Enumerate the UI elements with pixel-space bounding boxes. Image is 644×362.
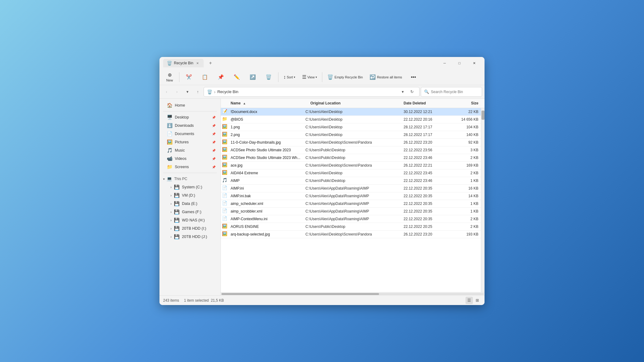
- copy-button[interactable]: 📋: [197, 73, 213, 81]
- desktop-label: Desktop: [175, 115, 189, 119]
- wd-nas-icon: 💾: [174, 217, 179, 223]
- hscroll-thumb[interactable]: [221, 293, 379, 295]
- grid-view-button[interactable]: ⊞: [473, 297, 481, 304]
- more-icon: •••: [411, 74, 416, 80]
- file-location: C:\Users\Alex\AppData\Roaming\AIMP: [303, 186, 401, 190]
- close-button[interactable]: ✕: [467, 58, 481, 68]
- hscroll-track[interactable]: [221, 293, 484, 295]
- cut-button[interactable]: ✂️: [181, 73, 197, 81]
- vm-d-icon: 💾: [174, 193, 179, 198]
- rename-button[interactable]: ✏️: [229, 73, 244, 81]
- more-options-button[interactable]: •••: [406, 73, 421, 81]
- pictures-pin: 📌: [212, 141, 216, 144]
- sort-button[interactable]: ↕ Sort ▾: [280, 73, 298, 81]
- file-icon: 🖼️: [222, 155, 228, 161]
- tab-close-button[interactable]: ✕: [195, 61, 200, 66]
- col-header-name[interactable]: Name ▲: [228, 100, 308, 107]
- recycle-bin-tab[interactable]: 🗑️ Recycle Bin ✕: [163, 59, 204, 67]
- music-pin: 📌: [212, 149, 216, 152]
- minimize-button[interactable]: ─: [438, 58, 451, 68]
- horizontal-scrollbar[interactable]: [221, 292, 485, 295]
- table-row[interactable]: 🖼️ ACDSee Photo Studio Ultimate 2023 C:\…: [221, 146, 481, 154]
- main-content: 🏠 Home 🖥️ Desktop 📌 ⬇️ Downloads 📌 📄 Doc…: [159, 99, 485, 295]
- file-size: 14 KB: [453, 194, 481, 198]
- col-header-date[interactable]: Date Deleted: [401, 100, 453, 107]
- paste-button[interactable]: 📌: [213, 73, 228, 81]
- sidebar-separator-1: [163, 111, 217, 111]
- table-row[interactable]: 📄 AIMP-ContextMenu.ini C:\Users\Alex\App…: [221, 215, 481, 223]
- file-size: 22 KB: [453, 110, 481, 114]
- sidebar-item-vm-d[interactable]: › 💾 VM (D:): [161, 191, 219, 199]
- table-row[interactable]: 🖼️ AORUS ENGINE C:\Users\Public\Desktop …: [221, 223, 481, 231]
- sidebar-item-games-f[interactable]: › 💾 Games (F:): [161, 208, 219, 216]
- 20tb-j-label: 20TB HDD (J:): [182, 235, 207, 239]
- file-size: 3 KB: [453, 148, 481, 152]
- file-date: 22.12.2022 20:16: [401, 117, 453, 122]
- vertical-scrollbar[interactable]: [481, 108, 485, 292]
- sidebar-item-20tb-i[interactable]: › 💾 20TB HDD (I:): [161, 224, 219, 232]
- sidebar-item-data-e[interactable]: › 💾 Data (E:): [161, 200, 219, 208]
- sidebar-item-20tb-j[interactable]: › 💾 20TB HDD (J:): [161, 233, 219, 241]
- table-row[interactable]: 📝 !Document.docx C:\Users\Alex\Desktop 3…: [221, 108, 481, 116]
- new-button[interactable]: ⊕ New: [162, 71, 177, 83]
- address-path: Recycle Bin: [217, 89, 239, 94]
- sidebar-item-documents[interactable]: 📄 Documents 📌: [161, 130, 219, 138]
- restore-all-button[interactable]: ↩️ Restore all items: [366, 73, 405, 81]
- share-button[interactable]: ↗️: [245, 73, 260, 81]
- address-box[interactable]: 🗑️ › Recycle Bin ▾ ↻: [204, 87, 420, 97]
- new-tab-button[interactable]: +: [206, 59, 215, 67]
- file-size: 140 KB: [453, 133, 481, 137]
- table-row[interactable]: 🎵 AIMP C:\Users\Public\Desktop 22.12.202…: [221, 177, 481, 185]
- search-input[interactable]: [431, 90, 479, 94]
- table-row[interactable]: 🖼️ ace.jpg C:\Users\Alex\Desktop\Screens…: [221, 162, 481, 169]
- address-separator: ›: [214, 89, 216, 94]
- table-row[interactable]: 📄 aimp_scheduler.xml C:\Users\Alex\AppDa…: [221, 200, 481, 208]
- table-row[interactable]: 📁 @BIOS C:\Users\Alex\Desktop 22.12.2022…: [221, 116, 481, 123]
- sidebar-item-pictures[interactable]: 🖼️ Pictures 📌: [161, 138, 219, 146]
- sidebar-item-screens[interactable]: 📁 Screens 📌: [161, 163, 219, 171]
- view-button[interactable]: ☰ View ▾: [299, 73, 320, 81]
- table-row[interactable]: 📄 aimp_scrobbler.xml C:\Users\Alex\AppDa…: [221, 208, 481, 215]
- list-view-button[interactable]: ☰: [466, 297, 473, 304]
- empty-recycle-bin-button[interactable]: 🗑️ Empty Recycle Bin: [324, 73, 366, 81]
- address-refresh-button[interactable]: ↻: [408, 88, 416, 96]
- back-button[interactable]: ‹: [162, 87, 171, 96]
- file-size: 193 KB: [453, 232, 481, 236]
- delete-button[interactable]: 🗑️: [261, 73, 276, 81]
- col-header-location[interactable]: Original Location: [308, 100, 401, 107]
- up-button[interactable]: ↑: [193, 87, 202, 96]
- sidebar-item-downloads[interactable]: ⬇️ Downloads 📌: [161, 122, 219, 130]
- table-row[interactable]: 🖼️ ACDSee Photo Studio Ultimate 2023 Wh.…: [221, 154, 481, 162]
- vscroll-thumb[interactable]: [481, 111, 485, 120]
- recent-button[interactable]: ▾: [183, 87, 192, 96]
- table-row[interactable]: 🖼️ 2.png C:\Users\Alex\Desktop 28.12.202…: [221, 131, 481, 139]
- view-label: View: [307, 75, 315, 79]
- new-label: New: [166, 78, 173, 82]
- sidebar-item-wd-nas[interactable]: › 💾 WD NAS (H:): [161, 216, 219, 224]
- address-dropdown-button[interactable]: ▾: [398, 88, 407, 96]
- table-row[interactable]: 📄 AIMP.ini C:\Users\Alex\AppData\Roaming…: [221, 185, 481, 192]
- maximize-button[interactable]: □: [453, 58, 466, 68]
- table-row[interactable]: 🖼️ 1.png C:\Users\Alex\Desktop 28.12.202…: [221, 123, 481, 131]
- table-row[interactable]: 🖼️ AIDA64 Extreme C:\Users\Alex\Desktop …: [221, 169, 481, 177]
- toolbar: ⊕ New ✂️ 📋 📌 ✏️ ↗️ 🗑️ ↕ Sort ▾: [159, 69, 485, 85]
- sidebar-item-home[interactable]: 🏠 Home: [161, 101, 219, 109]
- table-row[interactable]: 📄 AIMP.ini.bak C:\Users\Alex\AppData\Roa…: [221, 192, 481, 200]
- col-header-size[interactable]: Size: [453, 100, 481, 107]
- sidebar: 🏠 Home 🖥️ Desktop 📌 ⬇️ Downloads 📌 📄 Doc…: [159, 99, 221, 295]
- file-size: 92 KB: [453, 140, 481, 145]
- forward-button[interactable]: ›: [172, 87, 182, 96]
- sidebar-this-pc[interactable]: ▾ 💻 This PC: [159, 175, 220, 183]
- table-row[interactable]: 🖼️ 11-0-Color-Day-thumbnails.jpg C:\User…: [221, 139, 481, 146]
- sidebar-item-system-c[interactable]: › 💾 System (C:): [161, 183, 219, 191]
- file-date: 22.12.2022 20:35: [401, 209, 453, 213]
- file-size: 169 KB: [453, 163, 481, 168]
- search-box[interactable]: 🔍: [421, 87, 482, 97]
- sidebar-item-desktop[interactable]: 🖥️ Desktop 📌: [161, 113, 219, 121]
- sidebar-item-music[interactable]: 🎵 Music 📌: [161, 146, 219, 154]
- file-icon: 🖼️: [222, 124, 228, 130]
- toolbar-separator-1: [179, 72, 179, 82]
- sidebar-item-videos[interactable]: 📹 Videos 📌: [161, 155, 219, 163]
- table-row[interactable]: 🖼️ arq-backup-selected.jpg C:\Users\Alex…: [221, 231, 481, 238]
- vm-d-expand-icon: ›: [171, 194, 171, 197]
